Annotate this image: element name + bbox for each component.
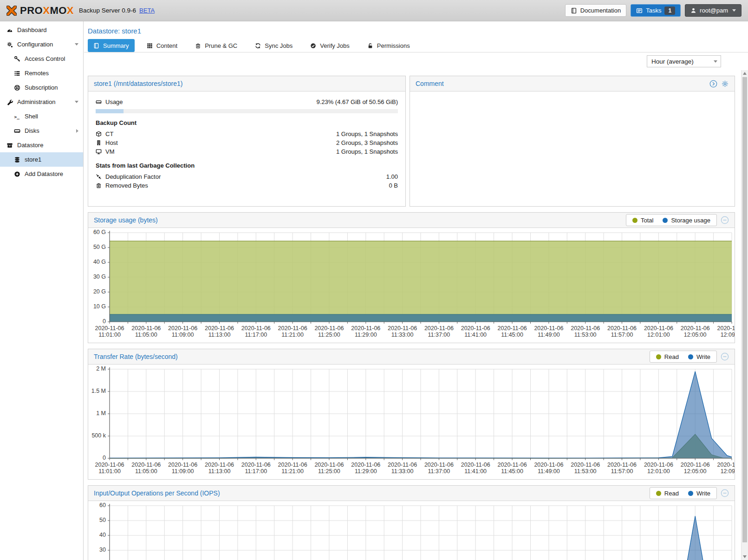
svg-text:2020-11-06: 2020-11-06 xyxy=(498,462,527,468)
tab-content[interactable]: Content xyxy=(141,39,183,52)
svg-text:>_: >_ xyxy=(14,114,20,119)
transfer-rate-chart: 2 M1.5 M1 M500 k02020-11-0611:01:002020-… xyxy=(88,365,735,479)
svg-text:11:13:00: 11:13:00 xyxy=(208,332,231,338)
svg-text:11:49:00: 11:49:00 xyxy=(538,332,560,338)
svg-text:11:57:00: 11:57:00 xyxy=(611,468,633,475)
scroll-down-arrow-icon[interactable] xyxy=(743,555,747,558)
comment-body[interactable] xyxy=(410,91,735,206)
svg-text:12:05:00: 12:05:00 xyxy=(684,332,707,338)
svg-text:2020-11-06: 2020-11-06 xyxy=(607,325,637,332)
sidebar-item-administration[interactable]: Administration xyxy=(0,95,83,109)
svg-text:12:05:00: 12:05:00 xyxy=(684,468,707,475)
tab-verify-jobs[interactable]: Verify Jobs xyxy=(305,39,355,52)
sidebar-item-label: Datastore xyxy=(17,142,43,149)
sidebar-item-label: Access Control xyxy=(25,55,65,62)
svg-text:2020-11-06: 2020-11-06 xyxy=(424,462,454,468)
sidebar-item-store1[interactable]: store1 xyxy=(0,152,83,167)
book-icon xyxy=(93,43,99,49)
edit-comment-icon[interactable] xyxy=(709,80,717,88)
svg-text:11:53:00: 11:53:00 xyxy=(574,332,597,338)
collapse-icon[interactable] xyxy=(721,489,729,497)
removed-bytes-value: 0 B xyxy=(389,182,398,189)
svg-text:11:05:00: 11:05:00 xyxy=(135,468,157,475)
host-row: Host 2 Groups, 3 Snapshots xyxy=(96,138,398,147)
ct-row: CT 1 Groups, 1 Snapshots xyxy=(96,130,398,138)
vm-label: VM xyxy=(105,148,115,155)
legend-item: Read xyxy=(656,490,679,497)
svg-text:2020-11-06: 2020-11-06 xyxy=(168,325,197,332)
usage-progress-bar xyxy=(96,109,398,113)
brand-wordmark: PROXMOX xyxy=(20,5,74,17)
removed-bytes-row: Removed Bytes 0 B xyxy=(96,181,398,190)
legend-dot xyxy=(656,354,661,359)
svg-text:20 G: 20 G xyxy=(93,288,106,295)
tasks-button[interactable]: Tasks 1 xyxy=(631,4,681,17)
sidebar-item-disks[interactable]: Disks xyxy=(0,124,83,138)
user-menu-button[interactable]: root@pam xyxy=(685,4,741,17)
unlock-icon xyxy=(367,43,373,49)
timeframe-select[interactable]: Hour (average) xyxy=(647,55,721,67)
svg-text:2020-11-06: 2020-11-06 xyxy=(205,462,234,468)
sidebar-item-remotes[interactable]: Remotes xyxy=(0,66,83,80)
sidebar-item-subscription[interactable]: Subscription xyxy=(0,80,83,95)
svg-text:2020-11-06: 2020-11-06 xyxy=(314,462,344,468)
panel-title: Storage usage (bytes) xyxy=(94,216,158,224)
hdd-icon xyxy=(13,128,21,134)
cube-icon xyxy=(96,131,105,137)
svg-text:0: 0 xyxy=(103,318,106,325)
beta-link[interactable]: BETA xyxy=(139,7,155,14)
dashboard-icon xyxy=(6,27,14,33)
svg-text:40: 40 xyxy=(99,532,106,538)
tab-summary[interactable]: Summary xyxy=(88,39,135,52)
sidebar-item-add-datastore[interactable]: Add Datastore xyxy=(0,167,83,181)
chart-legend: Total Storage usage xyxy=(626,214,717,226)
datastore-info-panel: store1 (/mnt/datastores/store1) xyxy=(88,76,406,207)
svg-text:2020-11-06: 2020-11-06 xyxy=(278,462,307,468)
ct-value: 1 Groups, 1 Snapshots xyxy=(336,130,398,137)
svg-text:11:13:00: 11:13:00 xyxy=(208,468,231,475)
svg-text:11:33:00: 11:33:00 xyxy=(391,332,414,338)
svg-text:2020-11-06: 2020-11-06 xyxy=(424,325,454,332)
gears-icon xyxy=(6,41,14,48)
svg-text:30: 30 xyxy=(99,547,106,553)
dedup-row: Deduplication Factor 1.00 xyxy=(96,172,398,181)
svg-text:2020-11-06: 2020-11-06 xyxy=(388,325,417,332)
sidebar-item-label: Configuration xyxy=(17,41,53,48)
sidebar-item-label: Shell xyxy=(25,113,38,120)
svg-text:11:05:00: 11:05:00 xyxy=(135,332,157,338)
sidebar-item-dashboard[interactable]: Dashboard xyxy=(0,23,83,37)
svg-text:2 M: 2 M xyxy=(96,365,106,372)
scroll-up-arrow-icon[interactable] xyxy=(743,72,747,75)
vertical-scrollbar[interactable] xyxy=(741,70,748,560)
svg-text:2020-11-06: 2020-11-06 xyxy=(644,462,673,468)
collapse-icon[interactable] xyxy=(721,216,729,224)
scrollbar-thumb[interactable] xyxy=(742,77,747,542)
tab-permissions[interactable]: Permissions xyxy=(362,39,416,52)
tab-bar: Summary Content Prune & GC xyxy=(84,35,748,52)
vm-row: VM 1 Groups, 1 Snapshots xyxy=(96,147,398,156)
svg-text:2020-11-06: 2020-11-06 xyxy=(351,325,380,332)
desktop-icon xyxy=(96,149,105,155)
user-icon xyxy=(690,7,696,13)
tab-sync-jobs[interactable]: Sync Jobs xyxy=(249,39,298,52)
svg-text:2020-11-06: 2020-11-06 xyxy=(681,462,710,468)
main-content: Datastore: store1 Summary Content Prune xyxy=(84,21,748,560)
gear-icon[interactable] xyxy=(721,80,729,88)
sidebar-item-datastore[interactable]: Datastore xyxy=(0,138,83,152)
svg-text:11:01:00: 11:01:00 xyxy=(98,332,121,338)
svg-text:50: 50 xyxy=(99,517,106,523)
wrench-icon xyxy=(6,99,14,105)
trash-icon xyxy=(195,43,201,49)
svg-text:11:09:00: 11:09:00 xyxy=(172,468,194,475)
sidebar-item-configuration[interactable]: Configuration xyxy=(0,37,83,52)
documentation-button[interactable]: Documentation xyxy=(565,4,626,17)
svg-text:11:01:00: 11:01:00 xyxy=(98,468,121,475)
chevron-down-icon xyxy=(75,43,78,46)
collapse-icon[interactable] xyxy=(721,352,729,361)
tab-prune-gc[interactable]: Prune & GC xyxy=(189,39,243,52)
svg-text:60 G: 60 G xyxy=(93,229,106,235)
sidebar-item-shell[interactable]: >_ Shell xyxy=(0,109,83,124)
host-label: Host xyxy=(105,139,118,146)
sidebar-item-access-control[interactable]: Access Control xyxy=(0,52,83,66)
svg-text:2020-11-06: 2020-11-06 xyxy=(314,325,344,332)
